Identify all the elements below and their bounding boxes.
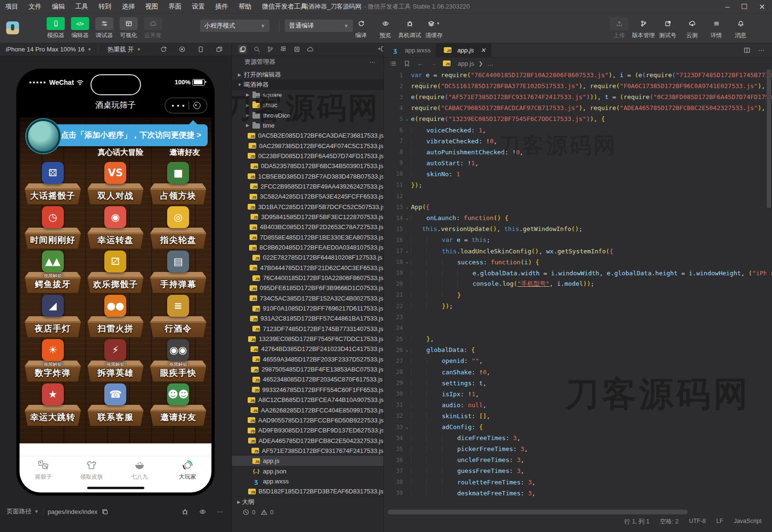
editor-vertical-scrollbar[interactable]: [766, 70, 772, 517]
file-row[interactable]: JS7D8558E485D172BF1BE330E3EA807533.js: [232, 232, 383, 242]
file-row[interactable]: JS4652348085D172BF20345C870F617533.js: [232, 374, 383, 384]
code-line[interactable]: 30 isIpx: !1,: [384, 389, 772, 400]
fold-chevron-icon[interactable]: ⌄: [403, 117, 411, 121]
code-line[interactable]: 3 e(require("AF571E7385D172BFC9317674F24…: [384, 91, 772, 102]
menu-item-微信开发者工具[interactable]: 微信开发者工具: [257, 2, 312, 11]
toolbar-button-清缓存[interactable]: ▼ 清缓存: [423, 17, 444, 40]
file-row[interactable]: ʒapp.wxss: [232, 476, 383, 486]
maximize-button[interactable]: ☐: [741, 2, 747, 11]
file-row[interactable]: JS0AC2987385D172BF6CA4F074C5C17533.js: [232, 141, 383, 151]
menu-item-插件[interactable]: 插件: [210, 2, 233, 11]
code-line[interactable]: 15 this.versionUpdate(), this.getWindowI…: [384, 223, 772, 234]
code-line[interactable]: 17 ⌄ this.loadUncleSkinConfig(), wx.getS…: [384, 246, 772, 257]
code-line[interactable]: 20 console.log("手机型号", i.model));: [384, 279, 772, 290]
code-line[interactable]: 7 vibrateChecked: !0,: [384, 136, 772, 147]
git-icon[interactable]: [267, 46, 274, 53]
fold-chevron-icon[interactable]: ⌄: [403, 348, 411, 352]
file-row[interactable]: JS0AC5B2E085D172BF6CA3DAE736817533.js: [232, 130, 383, 141]
game-item[interactable]: ◎ 指尖轮盘: [147, 206, 210, 250]
record-icon[interactable]: [179, 46, 186, 53]
file-row[interactable]: JS9933246785D172BFFF554C60F1FF6533.js: [232, 385, 383, 395]
toolbar-button-测试号[interactable]: 测试号: [657, 17, 678, 40]
breadcrumb-file[interactable]: app.js: [458, 60, 474, 67]
game-item[interactable]: ⚡ （视频解锁） 拆弹英雄: [84, 339, 147, 383]
menu-item-视图[interactable]: 视图: [140, 2, 163, 11]
menu-item-转到[interactable]: 转到: [93, 2, 117, 11]
more-icon[interactable]: ⋯: [369, 59, 383, 66]
file-row[interactable]: JS13239EC085D172BF7545F6C7DDC17533.js: [232, 334, 383, 344]
file-row[interactable]: JS3C582A4285D172BF5A3E4245FCFF6533.js: [232, 191, 383, 201]
code-line[interactable]: 33 ⌄ adConfig: {: [384, 422, 772, 432]
miniapp-tab-摇骰子[interactable]: 摇骰子: [20, 456, 68, 484]
collapse-sidebar-icon[interactable]: [378, 45, 384, 52]
file-row[interactable]: JS2987505485D172BF4FE13853ABC07533.js: [232, 364, 383, 374]
code-line[interactable]: 27 openid: "",: [384, 355, 772, 366]
code-line[interactable]: 9 autoStart: !1,: [384, 158, 772, 169]
game-item[interactable]: ◉ 幸运转盘: [84, 206, 147, 250]
code-area[interactable]: 1 var e = require("76C4400185D172BF10A22…: [384, 70, 772, 499]
avatar[interactable]: [6, 21, 19, 34]
fold-chevron-icon[interactable]: ⌄: [403, 216, 411, 221]
game-item[interactable]: ⚂ 欢乐掷骰子: [84, 250, 147, 294]
code-line[interactable]: 12: [384, 191, 772, 201]
toolbar-button-真机调试[interactable]: 真机调试: [399, 17, 420, 40]
game-item[interactable]: ▲▲ （视频解锁） 鳄鱼拔牙: [21, 250, 84, 294]
menu-item-编辑[interactable]: 编辑: [47, 2, 70, 11]
menu-item-文件[interactable]: 文件: [23, 2, 47, 11]
miniapp-tab-大玩家[interactable]: 大玩家: [163, 456, 211, 484]
code-line[interactable]: 19 e.globalData.width = i.windowWidth, e…: [384, 268, 772, 279]
toolbar-button-详情[interactable]: 详情: [706, 17, 727, 40]
code-line[interactable]: 5 ⌄ e(require("13239EC085D172BF7545F6C7D…: [384, 113, 772, 124]
code-line[interactable]: 8 autoPunishmentChecked: !0,: [384, 147, 772, 158]
device-select[interactable]: iPhone 14 Pro Max 100% 16▼: [0, 46, 95, 53]
code-line[interactable]: 16 var e = this;: [384, 234, 772, 245]
more-icon[interactable]: ⋯: [758, 47, 765, 54]
game-item[interactable]: ◉◉ （视频解锁） 眼疾手快: [147, 339, 210, 383]
page-path-select[interactable]: 页面路径▼: [0, 507, 39, 516]
file-row[interactable]: JSapp.js: [232, 456, 383, 466]
file-row[interactable]: JS2FCC2B9585D172BF49AA439262427533.js: [232, 181, 383, 191]
files-icon[interactable]: [238, 45, 247, 54]
status-item[interactable]: LF: [716, 518, 723, 526]
hot-reload-select[interactable]: 热重载 开▼: [101, 45, 145, 54]
status-item[interactable]: 行 1, 列 1: [624, 518, 650, 526]
code-line[interactable]: 22 });: [384, 301, 772, 311]
file-row[interactable]: JS3D95841585D172BF5BF3EC1228707533.js: [232, 212, 383, 222]
game-item[interactable]: ◢ 夜店手灯: [21, 294, 84, 339]
menu-item-项目[interactable]: 项目: [0, 2, 23, 11]
copy-path-icon[interactable]: [101, 508, 109, 515]
toolbar-button-云测[interactable]: 云测: [682, 17, 702, 40]
device-frame-icon[interactable]: [197, 46, 204, 53]
code-line[interactable]: 6 voiceChecked: 1,: [384, 124, 772, 135]
code-line[interactable]: 28 canShake: !0,: [384, 367, 772, 378]
toolbar-button-编译[interactable]: 编译: [351, 17, 371, 40]
status-item[interactable]: JavaScript: [734, 518, 762, 526]
menu-item-工具[interactable]: 工具: [70, 2, 93, 11]
outline-list-icon[interactable]: [390, 60, 397, 67]
game-item[interactable]: ◷ 时间刚刚好: [21, 206, 84, 250]
game-item[interactable]: ■ 占领方块: [147, 161, 210, 206]
folder-row[interactable]: ▶square: [232, 90, 383, 100]
game-item[interactable]: VS 双人对战: [84, 161, 147, 206]
file-row[interactable]: JSA8C12CB685D172BFCEA744B10A907533.js: [232, 395, 383, 405]
folder-row[interactable]: ▶time: [232, 120, 383, 130]
fold-chevron-icon[interactable]: ⌄: [403, 425, 411, 430]
file-row[interactable]: JS0DA5235785D172BF6BC34B5039017533.js: [232, 161, 383, 171]
code-line[interactable]: 21 }: [384, 290, 772, 301]
game-item[interactable]: ⚄ 大话摇骰子: [21, 161, 84, 206]
code-line[interactable]: 11 });: [384, 180, 772, 191]
menu-item-帮助[interactable]: 帮助: [233, 2, 257, 11]
toolbar-button-模拟器[interactable]: 模拟器: [45, 17, 66, 40]
restart-icon[interactable]: [160, 46, 167, 53]
game-item[interactable]: ☀ （视频解锁） 数字炸弹: [21, 339, 84, 383]
nav-forward-icon[interactable]: →: [430, 60, 436, 67]
home-indicator[interactable]: [87, 487, 144, 489]
miniapp-tab-七八九[interactable]: 七八九: [116, 456, 164, 484]
code-line[interactable]: 25 },: [384, 333, 772, 344]
status-item[interactable]: 空格: 2: [660, 518, 679, 526]
file-row[interactable]: JS76C4400185D172BF10A22806F8607533.js: [232, 273, 383, 283]
toolbar-button-可视化[interactable]: 可视化: [118, 17, 139, 40]
npm-icon[interactable]: [293, 46, 301, 53]
code-line[interactable]: 13 ⌄ App({: [384, 201, 772, 212]
file-row[interactable]: JS734C5AC385D172BF152A32C4B0027533.js: [232, 293, 383, 303]
